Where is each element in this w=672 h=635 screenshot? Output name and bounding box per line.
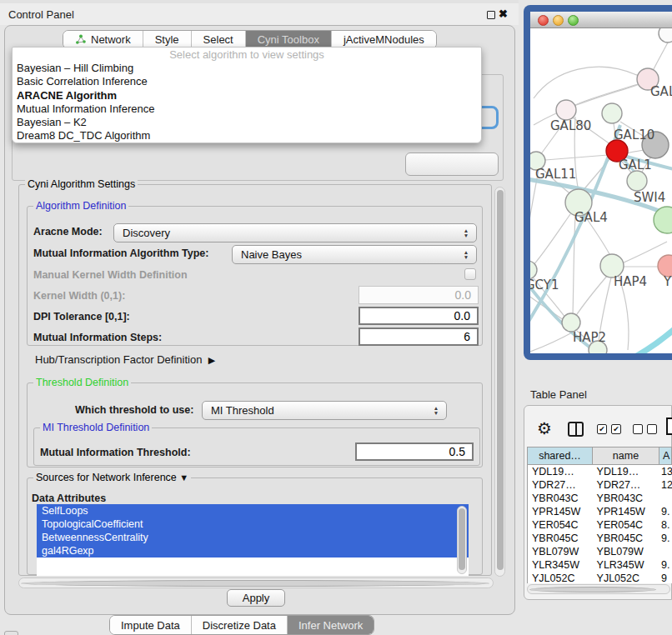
network-icon (75, 34, 86, 45)
attribute-list-scrollbar[interactable] (457, 506, 467, 574)
aracne-mode-select[interactable]: Discovery ▲▼ (113, 223, 477, 242)
mi-threshold-label: Mutual Information Threshold: (40, 447, 191, 458)
table-panel-title: Table Panel (530, 388, 587, 401)
menu-item[interactable]: Mutual Information Inference (13, 102, 481, 116)
tab-select[interactable]: Select (191, 31, 245, 48)
table-row[interactable]: YDR27…YDR27…12 (528, 478, 672, 492)
panel-grip[interactable] (4, 631, 18, 635)
menu-item[interactable]: Bayesian – K2 (13, 116, 481, 129)
mi-threshold-field[interactable]: 0.5 (355, 442, 474, 461)
checked-checkbox-icon[interactable]: ✔ (597, 424, 607, 434)
dpi-tolerance-field[interactable]: 0.0 (359, 307, 479, 325)
mi-algorithm-type-label: Mutual Information Algorithm Type: (33, 248, 208, 259)
expand-right-icon[interactable]: ▶ (208, 355, 215, 365)
cyni-algorithm-settings-title: Cyni Algorithm Settings (25, 178, 138, 190)
node-label: GAL10 (614, 128, 654, 142)
tab-cyni-toolbox[interactable]: Cyni Toolbox (245, 31, 331, 48)
table-row[interactable]: YBR045CYBR045C9. (528, 532, 672, 545)
table-row[interactable]: YBR043CYBR043C (528, 492, 672, 505)
tab-discretize-data[interactable]: Discretize Data (191, 616, 287, 634)
node-label: GAL80 (550, 118, 591, 133)
tab-impute-data[interactable]: Impute Data (110, 616, 191, 634)
list-item[interactable]: BetweennessCentrality (37, 531, 469, 544)
zoom-traffic-light-icon[interactable] (568, 15, 579, 26)
node-label: SWI4 (634, 190, 665, 205)
column-header-name[interactable]: name (592, 447, 659, 465)
which-threshold-select[interactable]: MI Threshold ▲▼ (202, 401, 447, 420)
mi-steps-field[interactable]: 6 (359, 328, 479, 346)
manual-kernel-label: Manual Kernel Width Definition (33, 269, 188, 281)
table-row[interactable]: YPR145WYPR145W9. (528, 505, 672, 518)
table-row[interactable]: YDL19…YDL19…13 (528, 465, 672, 478)
stepper-icon: ▲▼ (462, 225, 470, 238)
unchecked-checkbox-icon[interactable] (647, 424, 657, 434)
stepper-icon: ▲▼ (432, 402, 440, 415)
network-canvas[interactable]: GAL GAL80 GAL10 GAL1 GAL11 SWI4 GAL4 HAP… (530, 28, 672, 353)
table-row[interactable]: YER054CYER054C8. (528, 518, 672, 532)
menu-item-selected[interactable]: ARACNE Algorithm (13, 89, 481, 102)
threshold-definition-title: Threshold Definition (33, 377, 131, 388)
control-panel-title: Control Panel (8, 8, 74, 21)
list-item[interactable]: gal4RGexp (37, 544, 469, 558)
aracne-mode-label: Aracne Mode: (33, 226, 103, 238)
mi-algorithm-type-select[interactable]: Naive Bayes ▲▼ (232, 245, 477, 264)
apply-button[interactable]: Apply (227, 589, 285, 607)
table-horizontal-scrollbar[interactable] (527, 584, 670, 594)
settings-horizontal-scrollbar[interactable] (18, 578, 494, 588)
stepper-icon: ▲▼ (462, 247, 470, 259)
network-window-titlebar[interactable] (530, 12, 672, 28)
tab-infer-network[interactable]: Infer Network (287, 616, 374, 634)
menu-item[interactable]: Dream8 DC_TDC Algorithm (13, 129, 481, 142)
manual-kernel-checkbox[interactable] (464, 268, 476, 280)
bottom-tabbar: Impute Data Discretize Data Infer Networ… (109, 615, 374, 635)
close-traffic-light-icon[interactable] (538, 15, 549, 26)
list-item[interactable]: TopologicalCoefficient (37, 518, 469, 531)
node-label: GCY1 (530, 278, 559, 292)
checked-checkbox-icon[interactable]: ✔ (611, 424, 621, 434)
table-row[interactable]: YLR345WYLR345W9. (528, 558, 672, 572)
dpi-tolerance-label: DPI Tolerance [0,1]: (33, 311, 130, 322)
dropdown-placeholder: Select algorithm to view settings (13, 48, 481, 62)
data-attributes-list[interactable]: SelfLoops TopologicalCoefficient Between… (37, 504, 469, 576)
column-header-partial[interactable]: A (659, 447, 672, 465)
list-item[interactable]: SelfLoops (37, 504, 469, 518)
column-header-shared-name[interactable]: shared… (527, 447, 593, 465)
tab-jactivemnodules[interactable]: jActiveMNodules (331, 31, 436, 48)
gear-icon[interactable]: ⚙ (537, 418, 552, 438)
node-label: HAP2 (573, 330, 606, 345)
split-columns-icon[interactable] (568, 422, 584, 437)
table-row[interactable]: YJL052CYJL052C9 (528, 572, 672, 583)
menu-item[interactable]: Basic Correlation Inference (13, 75, 481, 88)
data-attributes-label: Data Attributes (32, 492, 106, 504)
table-row[interactable]: YBL079WYBL079W (528, 545, 672, 558)
node-label: GAL11 (535, 167, 576, 182)
algorithm-dropdown-popup: Select algorithm to view settings Bayesi… (12, 47, 482, 143)
node-label: GAL (650, 84, 672, 99)
minimize-traffic-light-icon[interactable] (553, 15, 564, 26)
control-panel-titlebar (0, 0, 519, 25)
document-icon[interactable] (666, 418, 672, 435)
kernel-width-label: Kernel Width (0,1): (33, 290, 125, 302)
tab-network-label: Network (91, 33, 131, 46)
hub-definition-toggle[interactable]: Hub/Transcription Factor Definition ▶ (35, 353, 215, 366)
node-label: GAL4 (574, 210, 608, 225)
tab-style[interactable]: Style (143, 31, 191, 48)
sources-title: Sources for Network Inference ▼ (33, 472, 191, 483)
menu-item[interactable]: Bayesian – Hill Climbing (13, 62, 481, 75)
kernel-width-field[interactable]: 0.0 (359, 286, 479, 304)
which-threshold-label: Which threshold to use: (75, 404, 193, 416)
node-label: Y (664, 274, 671, 289)
algorithm-definition-title: Algorithm Definition (33, 200, 128, 212)
node-label: HAP4 (614, 274, 647, 289)
close-icon[interactable]: ✖ (499, 8, 508, 20)
node-label: GAL1 (619, 158, 652, 172)
float-window-icon[interactable] (487, 11, 495, 19)
settings-vertical-scrollbar[interactable] (494, 187, 505, 577)
unchecked-checkbox-icon[interactable] (633, 424, 643, 434)
mi-threshold-title: MI Threshold Definition (40, 422, 152, 433)
collapse-down-icon[interactable]: ▼ (179, 472, 188, 482)
mi-steps-label: Mutual Information Steps: (33, 332, 162, 343)
combo-fragment (405, 152, 499, 176)
tab-network[interactable]: Network (63, 31, 143, 48)
node-table[interactable]: YDL19…YDL19…13 YDR27…YDR27…12 YBR043CYBR… (527, 465, 672, 583)
